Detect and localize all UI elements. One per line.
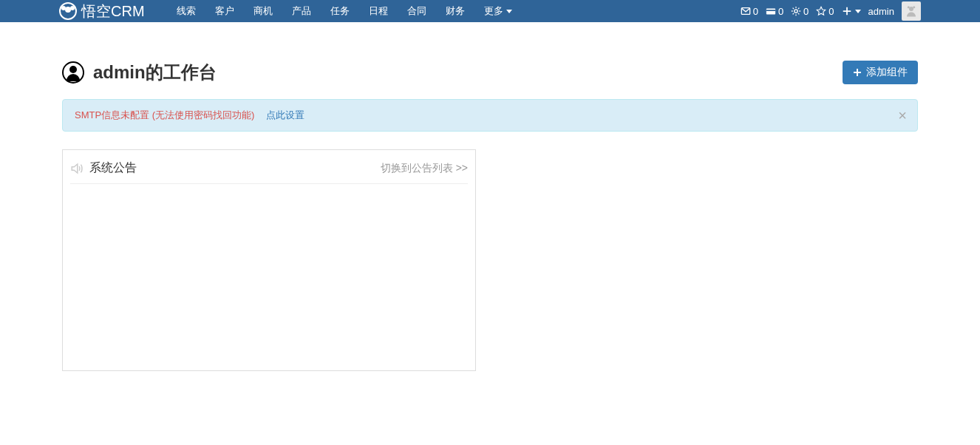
brand[interactable]: 悟空CRM xyxy=(59,1,145,21)
quick-add[interactable] xyxy=(842,6,861,16)
stat-mail[interactable]: 0 xyxy=(741,6,758,17)
mail-icon xyxy=(741,6,751,16)
add-button-label: 添加组件 xyxy=(866,66,908,79)
stat-card[interactable]: 0 xyxy=(766,6,783,17)
caret-down-icon xyxy=(855,10,861,13)
nav-finance[interactable]: 财务 xyxy=(436,0,474,22)
add-widget-button[interactable]: 添加组件 xyxy=(843,61,918,84)
svg-point-4 xyxy=(909,7,913,11)
star-icon xyxy=(816,6,826,16)
page-header: admin的工作台 添加组件 xyxy=(62,61,918,84)
nav-schedule[interactable]: 日程 xyxy=(359,0,398,22)
gear-icon xyxy=(791,6,801,16)
alert-close-button[interactable]: × xyxy=(898,108,907,123)
caret-down-icon xyxy=(506,10,512,13)
avatar-icon xyxy=(905,4,918,18)
stat-star[interactable]: 0 xyxy=(816,6,834,17)
svg-rect-1 xyxy=(766,9,775,15)
svg-point-3 xyxy=(794,10,797,13)
widget-title: 系统公告 xyxy=(89,160,137,176)
brand-text: 悟空CRM xyxy=(81,1,145,21)
nav-customers[interactable]: 客户 xyxy=(205,0,244,22)
nav-leads[interactable]: 线索 xyxy=(167,0,205,22)
nav-contracts[interactable]: 合同 xyxy=(398,0,436,22)
navbar-right: 0 0 0 0 admin xyxy=(741,1,980,21)
logo-icon xyxy=(59,2,77,20)
avatar[interactable] xyxy=(902,1,921,21)
nav-more-label: 更多 xyxy=(484,0,503,22)
svg-point-5 xyxy=(908,6,910,8)
alert-warning-text: SMTP信息未配置 (无法使用密码找回功能) xyxy=(75,109,254,122)
nav-tasks[interactable]: 任务 xyxy=(321,0,359,22)
main-container: admin的工作台 添加组件 SMTP信息未配置 (无法使用密码找回功能) 点此… xyxy=(50,40,930,401)
stat-gear-count: 0 xyxy=(803,6,809,17)
speaker-icon xyxy=(70,162,84,175)
nav-links: 线索 客户 商机 产品 任务 日程 合同 财务 更多 xyxy=(167,0,522,22)
stat-mail-count: 0 xyxy=(753,6,758,17)
nav-products[interactable]: 产品 xyxy=(282,0,321,22)
widget-title-wrap: 系统公告 xyxy=(70,160,137,176)
plus-icon xyxy=(842,6,852,16)
alert-settings-link[interactable]: 点此设置 xyxy=(266,109,304,122)
stat-star-count: 0 xyxy=(828,6,834,17)
page-title: admin的工作台 xyxy=(93,61,217,84)
nav-more[interactable]: 更多 xyxy=(474,0,522,22)
widget-header: 系统公告 切换到公告列表 >> xyxy=(70,157,468,184)
widget-switch-link[interactable]: 切换到公告列表 >> xyxy=(381,162,468,175)
top-navbar: 悟空CRM 线索 客户 商机 产品 任务 日程 合同 财务 更多 0 0 0 0 xyxy=(0,0,980,22)
username[interactable]: admin xyxy=(868,6,894,17)
card-icon xyxy=(766,6,776,16)
svg-point-6 xyxy=(913,6,915,8)
svg-rect-2 xyxy=(766,10,775,11)
title-wrap: admin的工作台 xyxy=(62,61,217,84)
user-icon xyxy=(62,61,84,84)
plus-icon xyxy=(853,68,862,77)
stat-card-count: 0 xyxy=(778,6,783,17)
stat-gear[interactable]: 0 xyxy=(791,6,809,17)
nav-business[interactable]: 商机 xyxy=(244,0,282,22)
smtp-alert: SMTP信息未配置 (无法使用密码找回功能) 点此设置 × xyxy=(62,99,918,132)
announcement-widget: 系统公告 切换到公告列表 >> xyxy=(62,149,476,371)
